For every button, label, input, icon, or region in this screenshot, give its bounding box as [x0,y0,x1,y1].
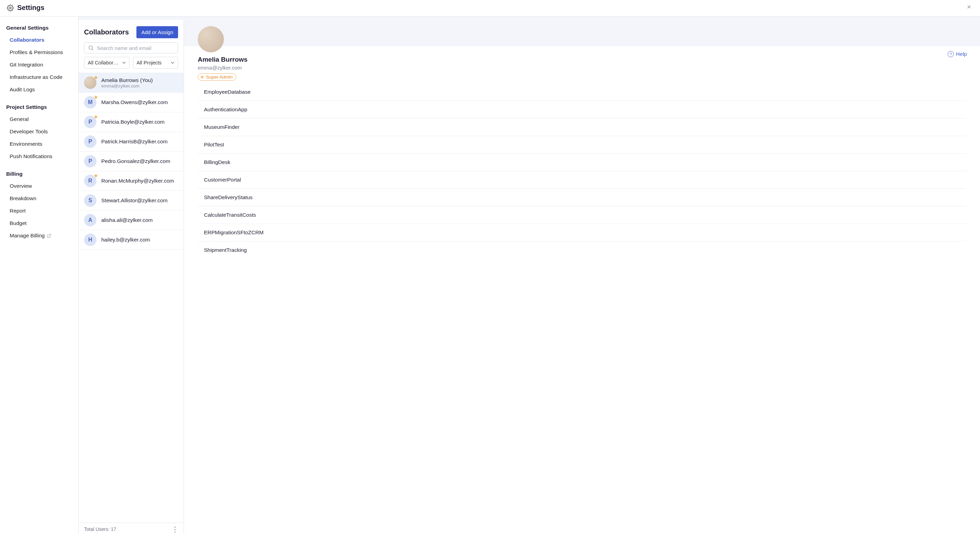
sidebar-item[interactable]: Git Integration [0,59,78,71]
collaborator-row[interactable]: PPedro.Gonsalez@zylker.com [78,151,184,171]
project-item[interactable]: ShipmentTracking [198,241,966,259]
sidebar-item[interactable]: Audit Logs [0,83,78,96]
sidebar: General SettingsCollaboratorsProfiles & … [0,16,78,534]
collaborators-title: Collaborators [84,28,129,36]
sidebar-item[interactable]: Budget [0,217,78,230]
star-icon: ★ [94,173,98,178]
collaborator-name: Ronan.McMurphy@zylker.com [101,177,174,184]
help-link[interactable]: ? Help [948,51,967,57]
search-input[interactable] [97,45,174,51]
sidebar-item[interactable]: Collaborators [0,34,78,46]
star-icon: ★ [94,115,98,119]
filter-collaborators-dropdown[interactable]: All Collaborato… [84,57,129,69]
close-icon [966,4,972,10]
avatar: M★ [84,96,97,108]
page-title: Settings [17,4,45,12]
collaborator-name: Patricia.Boyle@zylker.com [101,118,165,125]
list-more-button[interactable]: ⋮ [172,528,178,531]
collaborator-list: ★Amelia Burrows (You)emma@zylker.comM★Ma… [78,73,184,523]
collaborator-row[interactable]: Aalisha.ali@zylker.com [78,210,184,230]
star-icon: ★ [200,75,204,80]
sidebar-item[interactable]: Developer Tools [0,125,78,138]
collaborator-name: alisha.ali@zylker.com [101,217,153,223]
project-item[interactable]: BillingDesk [198,153,966,171]
detail-user-email: emma@zylker.com [198,65,966,71]
collaborator-row[interactable]: SStewart.Allistor@zylker.com [78,191,184,210]
avatar: P [84,155,97,167]
sidebar-item[interactable]: Push Notifications [0,150,78,163]
sidebar-item[interactable]: Report [0,205,78,217]
project-item[interactable]: PilotTest [198,136,966,153]
role-badge: ★ Super Admin [198,73,236,81]
avatar: H [84,234,97,246]
sidebar-item[interactable]: Profiles & Permissions [0,46,78,59]
avatar: P★ [84,116,97,128]
star-icon: ★ [94,95,98,100]
collaborator-row[interactable]: ★Amelia Burrows (You)emma@zylker.com [78,73,184,92]
project-list: EmployeeDatabaseAuthenticationAppMuseumF… [184,83,980,534]
avatar: ★ [84,77,97,89]
collaborator-row[interactable]: Hhailey.b@zylker.com [78,230,184,250]
sidebar-section-label: Billing [0,169,78,180]
avatar: S [84,194,97,207]
total-users-label: Total Users: [84,526,110,532]
project-item[interactable]: ShareDeliveryStatus [198,188,966,206]
total-users-count: 17 [111,526,116,532]
sidebar-item[interactable]: Manage Billing [0,230,78,242]
detail-pane: Amelia Burrows emma@zylker.com ★ Super A… [184,16,980,534]
help-icon: ? [948,51,954,57]
role-label: Super Admin [206,75,232,80]
avatar: P [84,135,97,148]
svg-point-1 [89,46,93,49]
filter-projects-dropdown[interactable]: All Projects [133,57,178,69]
close-button[interactable] [964,3,975,13]
project-item[interactable]: CustomerPortal [198,171,966,188]
detail-user-name: Amelia Burrows [198,56,966,64]
collaborators-panel: Collaborators Add or Assign All Collabor… [78,20,184,534]
detail-header: Amelia Burrows emma@zylker.com ★ Super A… [184,16,980,83]
collaborator-row[interactable]: P★Patricia.Boyle@zylker.com [78,112,184,132]
sidebar-item[interactable]: Environments [0,138,78,150]
collaborator-name: Stewart.Allistor@zylker.com [101,197,167,204]
collaborator-row[interactable]: R★Ronan.McMurphy@zylker.com [78,171,184,191]
collaborator-email: emma@zylker.com [101,83,153,89]
collaborator-list-footer: Total Users: 17 ⋮ [78,523,184,534]
search-field[interactable] [84,42,178,53]
avatar [198,26,224,53]
sidebar-item[interactable]: Infrastructure as Code [0,71,78,83]
collaborator-name: Patrick.HarrisB@zylker.com [101,138,167,145]
gear-icon [7,5,14,11]
project-item[interactable]: MuseumFinder [198,118,966,136]
sidebar-section-label: Project Settings [0,102,78,113]
collaborator-name: Marsha.Owens@zylker.com [101,99,168,105]
project-item[interactable]: CalculateTransitCosts [198,206,966,223]
svg-point-0 [10,7,11,9]
sidebar-section-label: General Settings [0,23,78,34]
titlebar: Settings [0,0,980,16]
project-item[interactable]: EmployeeDatabase [198,83,966,100]
project-item[interactable]: ERPMigrationSFtoZCRM [198,223,966,241]
collaborator-row[interactable]: PPatrick.HarrisB@zylker.com [78,132,184,151]
project-item[interactable]: AuthenticationApp [198,100,966,118]
avatar: R★ [84,175,97,187]
collaborator-name: hailey.b@zylker.com [101,236,150,243]
sidebar-item[interactable]: Overview [0,180,78,192]
chevron-down-icon [171,61,174,64]
search-icon [88,45,94,51]
collaborator-name: Amelia Burrows (You) [101,77,153,83]
star-icon: ★ [94,75,98,80]
collaborator-row[interactable]: M★Marsha.Owens@zylker.com [78,92,184,112]
avatar: A [84,214,97,226]
collaborator-name: Pedro.Gonsalez@zylker.com [101,158,170,164]
sidebar-item[interactable]: Breakdown [0,192,78,205]
external-link-icon [47,234,51,238]
chevron-down-icon [122,61,126,64]
sidebar-item[interactable]: General [0,113,78,125]
add-or-assign-button[interactable]: Add or Assign [137,26,178,38]
